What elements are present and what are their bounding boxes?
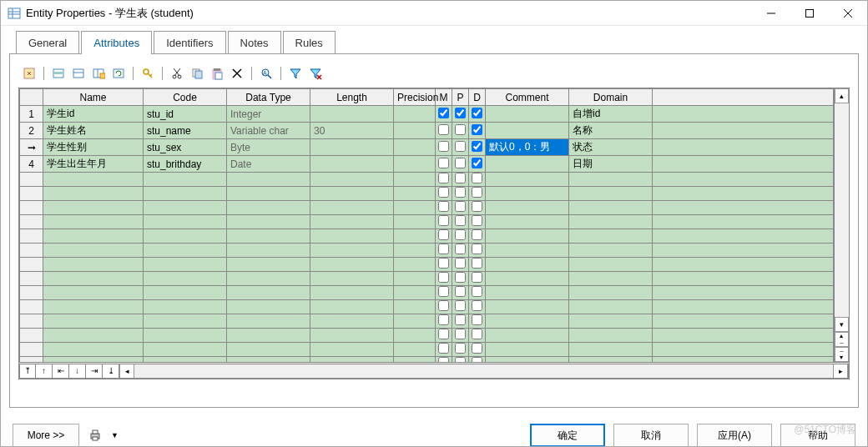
checkbox-p[interactable]	[455, 108, 466, 118]
cancel-button[interactable]: 取消	[613, 424, 689, 447]
cell-code[interactable]: stu_name	[144, 123, 227, 139]
cell-precision[interactable]	[394, 156, 436, 173]
copy-icon[interactable]	[189, 66, 204, 81]
row-number[interactable]	[20, 244, 43, 258]
cell-comment[interactable]	[486, 156, 569, 173]
row-number[interactable]	[20, 215, 43, 229]
scroll-up-icon[interactable]: ▴	[835, 88, 849, 103]
cell-domain[interactable]: 名称	[569, 123, 653, 139]
col-name[interactable]: Name	[43, 89, 144, 106]
col-p[interactable]: P	[452, 89, 469, 106]
cell-length[interactable]: 30	[310, 123, 394, 139]
print-icon[interactable]	[88, 428, 103, 443]
cell-length[interactable]	[310, 106, 394, 123]
cell-name[interactable]: 学生性别	[43, 139, 144, 156]
row-number[interactable]	[20, 343, 43, 357]
cell-precision[interactable]	[394, 106, 436, 123]
horizontal-scrollbar[interactable]: ◂ ▸	[119, 364, 849, 379]
checkbox-p[interactable]	[455, 300, 466, 311]
move-top-icon[interactable]: ⤒	[19, 364, 36, 379]
cell-precision[interactable]	[394, 123, 436, 139]
cut-icon[interactable]	[169, 66, 184, 81]
cell-extra[interactable]	[653, 139, 834, 156]
checkbox-d[interactable]	[472, 215, 482, 226]
add-row-icon[interactable]	[71, 66, 86, 81]
checkbox-p[interactable]	[455, 141, 466, 152]
col-d[interactable]: D	[469, 89, 486, 106]
row-number[interactable]	[20, 329, 43, 343]
checkbox-d[interactable]	[472, 229, 482, 240]
col-code[interactable]: Code	[144, 89, 227, 106]
scroll-left-icon[interactable]: ◂	[119, 364, 134, 378]
cell-comment[interactable]	[486, 123, 569, 139]
cell-d[interactable]	[469, 123, 486, 139]
tab-rules[interactable]: Rules	[283, 31, 336, 54]
cell-extra[interactable]	[653, 106, 834, 123]
scroll-down-icon[interactable]: ▾	[835, 317, 849, 332]
cell-extra[interactable]	[653, 156, 834, 173]
cell-name[interactable]: 学生id	[43, 106, 144, 123]
table-row[interactable]: 2学生姓名stu_nameVariable char30名称	[20, 123, 834, 139]
properties-icon[interactable]	[22, 66, 37, 81]
checkbox-p[interactable]	[455, 229, 466, 240]
refresh-icon[interactable]	[111, 66, 126, 81]
cell-m[interactable]	[436, 106, 452, 123]
row-number[interactable]	[20, 201, 43, 215]
checkbox-m[interactable]	[438, 272, 449, 283]
checkbox-m[interactable]	[438, 258, 449, 269]
table-row[interactable]: 4学生出生年月stu_brithdayDate日期	[20, 156, 834, 173]
cell-p[interactable]	[452, 156, 469, 173]
col-comment[interactable]: Comment	[486, 89, 569, 106]
key-icon[interactable]	[140, 66, 155, 81]
checkbox-d[interactable]	[472, 141, 482, 152]
checkbox-m[interactable]	[438, 173, 449, 183]
checkbox-m[interactable]	[438, 286, 449, 297]
checkbox-p[interactable]	[455, 158, 466, 168]
checkbox-p[interactable]	[455, 329, 466, 339]
table-row-empty[interactable]	[20, 300, 834, 314]
checkbox-m[interactable]	[438, 187, 449, 198]
row-number[interactable]	[20, 272, 43, 286]
table-row-empty[interactable]	[20, 215, 834, 229]
checkbox-d[interactable]	[472, 258, 482, 269]
checkbox-m[interactable]	[438, 215, 449, 226]
move-rightmost-icon[interactable]: ⇥	[86, 364, 103, 379]
checkbox-p[interactable]	[455, 124, 466, 135]
checkbox-p[interactable]	[455, 286, 466, 297]
checkbox-m[interactable]	[438, 314, 449, 325]
checkbox-d[interactable]	[472, 244, 482, 254]
more-button[interactable]: More >>	[13, 424, 79, 447]
cell-d[interactable]	[469, 156, 486, 173]
table-row[interactable]: ➞学生性别stu_sexByte默认0，0：男状态	[20, 139, 834, 156]
row-number[interactable]	[20, 173, 43, 187]
delete-icon[interactable]	[230, 66, 245, 81]
minimize-button[interactable]	[752, 1, 790, 25]
ok-button[interactable]: 确定	[530, 424, 605, 447]
checkbox-d[interactable]	[472, 272, 482, 283]
cell-datatype[interactable]: Integer	[227, 106, 310, 123]
checkbox-d[interactable]	[472, 286, 482, 297]
table-row-empty[interactable]	[20, 244, 834, 258]
row-header-blank[interactable]	[20, 89, 43, 106]
apply-button[interactable]: 应用(A)	[697, 424, 772, 447]
cell-m[interactable]	[436, 156, 452, 173]
tab-general[interactable]: General	[16, 31, 79, 54]
checkbox-m[interactable]	[438, 300, 449, 311]
checkbox-d[interactable]	[472, 314, 482, 325]
checkbox-d[interactable]	[472, 158, 482, 168]
table-row-empty[interactable]	[20, 173, 834, 187]
table-row-empty[interactable]	[20, 258, 834, 272]
col-length[interactable]: Length	[310, 89, 394, 106]
checkbox-d[interactable]	[472, 329, 482, 339]
insert-row-icon[interactable]	[51, 66, 66, 81]
cell-name[interactable]: 学生出生年月	[43, 156, 144, 173]
vertical-scrollbar[interactable]: ▴ ▾ ▴– –▾	[834, 88, 849, 362]
cell-datatype[interactable]: Byte	[227, 139, 310, 156]
checkbox-m[interactable]	[438, 124, 449, 135]
row-number[interactable]	[20, 300, 43, 314]
checkbox-d[interactable]	[472, 108, 482, 118]
cell-m[interactable]	[436, 139, 452, 156]
cell-length[interactable]	[310, 156, 394, 173]
checkbox-m[interactable]	[438, 343, 449, 354]
cell-p[interactable]	[452, 123, 469, 139]
